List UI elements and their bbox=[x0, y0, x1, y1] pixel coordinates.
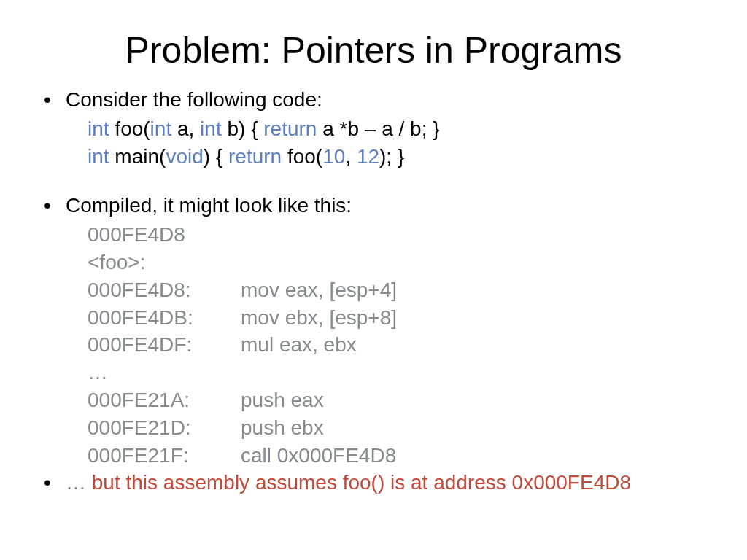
code-text: ) { bbox=[204, 145, 228, 168]
code-text: a *b – a / b; } bbox=[317, 117, 439, 140]
asm-line: 000FE21A:push eax bbox=[88, 386, 711, 414]
bullet-1: Consider the following code: bbox=[66, 86, 711, 114]
asm-ins: push eax bbox=[241, 386, 324, 414]
keyword-void: void bbox=[166, 145, 203, 168]
bullet-2: Compiled, it might look like this: bbox=[66, 192, 711, 219]
asm-ins: call 0x000FE4D8 bbox=[241, 442, 396, 470]
asm-line: 000FE4DB:mov ebx, [esp+8] bbox=[88, 304, 711, 332]
bullet-3: … but this assembly assumes foo() is at … bbox=[66, 469, 711, 497]
asm-line: 000FE4D8:mov eax, [esp+4] bbox=[88, 276, 711, 304]
code-text: foo( bbox=[109, 117, 150, 140]
asm-line: 000FE21D:push ebx bbox=[88, 414, 711, 442]
asm-line: 000FE4D8 <foo>: bbox=[88, 221, 711, 276]
asm-ins: mov eax, [esp+4] bbox=[241, 276, 397, 304]
asm-addr: 000FE4DF: bbox=[88, 331, 241, 359]
source-code-line-2: int main(void) { return foo(10, 12); } bbox=[36, 143, 711, 171]
slide-body: Consider the following code: int foo(int… bbox=[36, 86, 711, 497]
code-text: foo( bbox=[282, 145, 322, 168]
code-text: b) { bbox=[222, 117, 264, 140]
literal-10: 10 bbox=[322, 145, 345, 168]
ellipsis: … bbox=[66, 471, 92, 494]
asm-line: … bbox=[88, 359, 711, 386]
asm-addr: 000FE4D8: bbox=[88, 276, 241, 304]
literal-12: 12 bbox=[357, 145, 379, 168]
asm-addr: 000FE21A: bbox=[88, 386, 241, 414]
asm-line: 000FE4DF:mul eax, ebx bbox=[88, 331, 711, 359]
code-text: , bbox=[345, 145, 357, 168]
asm-addr: 000FE4D8 <foo>: bbox=[88, 221, 241, 276]
asm-addr: … bbox=[88, 359, 241, 386]
code-text: main( bbox=[109, 145, 166, 168]
source-code-line-1: int foo(int a, int b) { return a *b – a … bbox=[36, 115, 711, 143]
keyword-return: return bbox=[228, 145, 282, 168]
asm-ins: mov ebx, [esp+8] bbox=[241, 304, 397, 332]
warning-text: but this assembly assumes foo() is at ad… bbox=[92, 471, 631, 494]
asm-addr: 000FE21F: bbox=[88, 442, 241, 470]
asm-ins: mul eax, ebx bbox=[241, 331, 357, 359]
keyword-int: int bbox=[88, 117, 109, 140]
code-text: ); } bbox=[379, 145, 404, 168]
asm-addr: 000FE4DB: bbox=[88, 304, 241, 332]
asm-ins: push ebx bbox=[241, 414, 324, 442]
keyword-int: int bbox=[200, 117, 222, 140]
code-text: a, bbox=[171, 117, 200, 140]
asm-line: 000FE21F:call 0x000FE4D8 bbox=[88, 442, 711, 470]
slide-title: Problem: Pointers in Programs bbox=[36, 29, 711, 71]
keyword-int: int bbox=[88, 145, 109, 168]
keyword-return: return bbox=[263, 117, 317, 140]
keyword-int: int bbox=[150, 117, 172, 140]
assembly-block: 000FE4D8 <foo>: 000FE4D8:mov eax, [esp+4… bbox=[36, 221, 711, 469]
asm-addr: 000FE21D: bbox=[88, 414, 241, 442]
